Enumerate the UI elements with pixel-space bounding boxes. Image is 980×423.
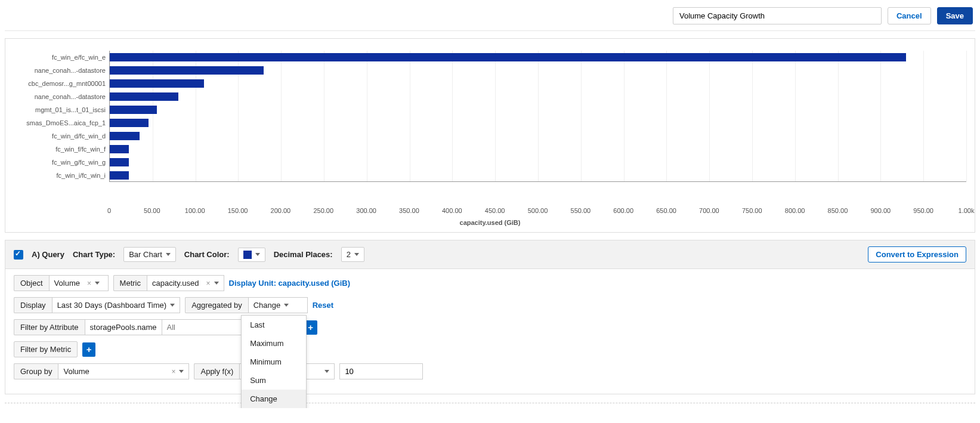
caret-down-icon <box>179 370 184 373</box>
x-tick-label: 650.00 <box>656 207 676 214</box>
filter-attr-field-value[interactable]: storagePools.name <box>85 319 162 335</box>
metric-selector[interactable]: Metric capacity.used × <box>113 275 224 291</box>
group-by-selector[interactable]: Group by Volume × <box>14 363 189 379</box>
chart-type-select[interactable]: Bar Chart <box>123 247 176 262</box>
section-separator <box>5 403 975 403</box>
grid-line <box>624 51 625 181</box>
chart-bar[interactable] <box>110 106 157 114</box>
object-label: Object <box>14 275 49 291</box>
aggregated-by-label: Aggregated by <box>185 297 248 313</box>
chart-bar[interactable] <box>110 145 129 153</box>
grid-line <box>410 51 410 181</box>
display-selector[interactable]: Display Last 30 Days (Dashboard Time) <box>14 297 180 313</box>
grid-line <box>367 51 367 181</box>
x-tick-label: 1.00k <box>959 207 975 214</box>
grid-line <box>838 51 839 181</box>
grid-line <box>923 51 924 181</box>
dropdown-option[interactable]: Minimum <box>242 353 306 371</box>
grid-line <box>281 51 282 181</box>
grid-line <box>495 51 496 181</box>
query-enabled-checkbox[interactable] <box>14 250 23 260</box>
x-tick-label: 350.00 <box>399 207 419 214</box>
caret-down-icon <box>354 253 359 256</box>
dropdown-option[interactable]: Maximum <box>242 334 306 353</box>
clear-icon[interactable]: × <box>87 279 91 288</box>
x-tick-label: 500.00 <box>528 207 548 214</box>
group-by-value: Volume <box>63 367 89 376</box>
decimal-places-select[interactable]: 2 <box>341 247 364 262</box>
y-category-label: mgmt_01_is...t_01_iscsi <box>14 103 109 116</box>
dropdown-option[interactable]: Sum <box>242 371 306 390</box>
chart-bar[interactable] <box>110 132 140 140</box>
grid-line <box>966 51 967 181</box>
y-category-label: fc_win_i/fc_win_i <box>14 169 109 182</box>
chart-bar[interactable] <box>110 119 149 127</box>
chart-bar[interactable] <box>110 92 178 101</box>
x-tick-label: 850.00 <box>828 207 848 214</box>
chart-bar[interactable] <box>110 53 906 61</box>
grid-line <box>324 51 324 181</box>
y-category-label: cbc_demosr...g_mnt00001 <box>14 77 109 90</box>
caret-down-icon <box>324 370 329 373</box>
caret-down-icon <box>166 253 171 256</box>
clear-icon[interactable]: × <box>206 279 211 288</box>
color-swatch-icon <box>243 251 252 259</box>
dropdown-option[interactable]: Change <box>242 390 306 408</box>
aggregated-by-selector[interactable]: Aggregated by Change LastMaximumMinimumS… <box>185 297 308 313</box>
caret-down-icon <box>284 304 289 307</box>
chart-bar[interactable] <box>110 79 204 88</box>
x-tick-label: 300.00 <box>356 207 376 214</box>
chart-bar[interactable] <box>110 158 129 166</box>
dropdown-option[interactable]: Last <box>242 316 306 334</box>
metric-value: capacity.used <box>152 279 199 288</box>
caret-down-icon <box>214 282 219 285</box>
apply-fx-label: Apply f(x) <box>194 363 239 379</box>
save-button[interactable]: Save <box>937 7 973 24</box>
caret-down-icon <box>170 304 175 307</box>
cancel-button[interactable]: Cancel <box>888 7 931 24</box>
caret-down-icon <box>95 282 100 285</box>
x-tick-label: 400.00 <box>442 207 462 214</box>
group-by-label: Group by <box>14 363 58 379</box>
x-tick-label: 450.00 <box>485 207 505 214</box>
x-tick-label: 950.00 <box>913 207 933 214</box>
display-unit-link[interactable]: Display Unit: capacity.used (GiB) <box>229 279 350 288</box>
apply-fx-number-input[interactable] <box>339 363 423 379</box>
aggregated-by-value: Change <box>253 301 281 310</box>
chart-color-select[interactable] <box>238 248 265 262</box>
aggregated-by-dropdown: LastMaximumMinimumSumChangeChange Ratio <box>241 315 307 408</box>
y-category-label: nane_conah...-datastore <box>14 90 109 103</box>
x-tick-label: 550.00 <box>571 207 591 214</box>
add-metric-filter-button[interactable]: + <box>82 342 95 357</box>
object-selector[interactable]: Object Volume × <box>14 275 109 291</box>
y-category-label: fc_win_g/fc_win_g <box>14 156 109 169</box>
chart-bar[interactable] <box>110 171 129 180</box>
chart-bar[interactable] <box>110 66 264 75</box>
chart-x-ticks: 050.00100.00150.00200.00250.00300.00350.… <box>109 206 966 215</box>
chart-type-value: Bar Chart <box>129 250 162 259</box>
query-builder-panel: A) Query Chart Type: Bar Chart Chart Col… <box>5 240 975 394</box>
grid-line <box>880 51 881 181</box>
widget-title-input[interactable] <box>673 7 882 24</box>
reset-link[interactable]: Reset <box>313 301 333 310</box>
caret-down-icon <box>255 253 260 256</box>
x-tick-label: 750.00 <box>742 207 762 214</box>
grid-line <box>795 51 796 181</box>
decimal-places-label: Decimal Places: <box>274 250 333 259</box>
chart-y-labels: fc_win_e/fc_win_enane_conah...-datastore… <box>14 51 109 182</box>
x-tick-label: 700.00 <box>699 207 719 214</box>
display-label: Display <box>14 297 52 313</box>
grid-line <box>752 51 753 181</box>
y-category-label: fc_win_e/fc_win_e <box>14 51 109 64</box>
chart-type-label: Chart Type: <box>73 250 115 259</box>
display-value: Last 30 Days (Dashboard Time) <box>57 301 167 310</box>
x-tick-label: 50.00 <box>144 207 160 214</box>
convert-to-expression-button[interactable]: Convert to Expression <box>868 246 966 263</box>
object-value: Volume <box>54 279 80 288</box>
clear-icon[interactable]: × <box>171 368 175 376</box>
filter-metric-label: Filter by Metric <box>14 341 78 357</box>
x-tick-label: 600.00 <box>613 207 633 214</box>
x-tick-label: 900.00 <box>870 207 891 214</box>
grid-line <box>581 51 582 181</box>
header-bar: Cancel Save <box>5 5 975 31</box>
